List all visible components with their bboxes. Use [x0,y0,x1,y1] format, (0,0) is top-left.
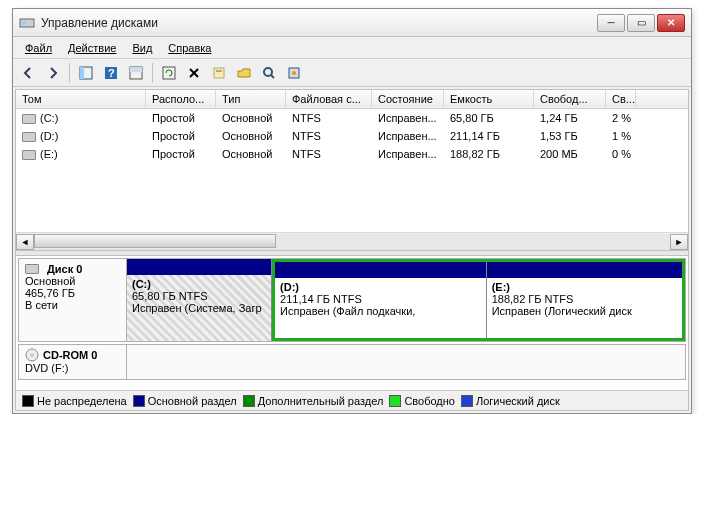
legend-swatch-free [389,395,401,407]
drive-icon [22,114,36,124]
menubar: Файл Действие Вид Справка [13,37,691,59]
refresh-button[interactable] [158,62,180,84]
menu-view[interactable]: Вид [124,40,160,56]
scroll-thumb[interactable] [34,234,276,248]
partition-bar [127,259,271,275]
column-headers: Том Располо... Тип Файловая с... Состоян… [16,90,688,109]
cdrom-row[interactable]: CD-ROM 0 DVD (F:) [18,344,686,380]
content-area: Том Располо... Тип Файловая с... Состоян… [15,89,689,411]
titlebar[interactable]: Управление дисками ─ ▭ ✕ [13,9,691,37]
svg-text:?: ? [108,67,115,79]
menu-action[interactable]: Действие [60,40,124,56]
svg-point-11 [264,68,272,76]
partition-bar [487,262,682,278]
disk-management-window: Управление дисками ─ ▭ ✕ Файл Действие В… [12,8,692,414]
svg-rect-9 [214,68,224,78]
col-capacity[interactable]: Емкость [444,90,534,108]
forward-button[interactable] [42,62,64,84]
delete-button[interactable] [183,62,205,84]
close-button[interactable]: ✕ [657,14,685,32]
disk-0-row[interactable]: Диск 0 Основной 465,76 ГБ В сети (C:) 65… [18,258,686,342]
help-button[interactable]: ? [100,62,122,84]
col-layout[interactable]: Располо... [146,90,216,108]
svg-rect-3 [80,67,84,79]
rescan-button[interactable] [258,62,280,84]
col-pct[interactable]: Св... [606,90,636,108]
svg-rect-1 [22,21,26,25]
col-type[interactable]: Тип [216,90,286,108]
partition-c[interactable]: (C:) 65,80 ГБ NTFS Исправен (Система, За… [127,259,272,341]
disk-icon [25,264,39,274]
drive-icon [22,132,36,142]
open-button[interactable] [233,62,255,84]
col-volume[interactable]: Том [16,90,146,108]
view-top-button[interactable] [125,62,147,84]
table-row[interactable]: (C:) Простой Основной NTFS Исправен... 6… [16,109,688,127]
scroll-left-button[interactable]: ◄ [16,234,34,250]
col-filesystem[interactable]: Файловая с... [286,90,372,108]
drive-icon [22,150,36,160]
volume-rows[interactable]: (C:) Простой Основной NTFS Исправен... 6… [16,109,688,232]
partition-e[interactable]: (E:) 188,82 ГБ NTFS Исправен (Логический… [487,262,682,338]
partition-d[interactable]: (D:) 211,14 ГБ NTFS Исправен (Файл подка… [275,262,487,338]
legend-swatch-extended [243,395,255,407]
scroll-right-button[interactable]: ► [670,234,688,250]
volume-list: Том Располо... Тип Файловая с... Состоян… [16,90,688,250]
svg-point-15 [30,353,34,357]
svg-rect-8 [163,67,175,79]
settings-button[interactable] [283,62,305,84]
back-button[interactable] [17,62,39,84]
svg-point-13 [292,71,296,75]
legend-swatch-unalloc [22,395,34,407]
legend: Не распределена Основной раздел Дополнит… [16,390,688,410]
disk-0-info[interactable]: Диск 0 Основной 465,76 ГБ В сети [19,259,127,341]
menu-help[interactable]: Справка [160,40,219,56]
partition-bar [275,262,486,278]
horizontal-scrollbar[interactable]: ◄ ► [16,232,688,250]
legend-swatch-logical [461,395,473,407]
svg-rect-7 [130,67,142,72]
col-status[interactable]: Состояние [372,90,444,108]
window-title: Управление дисками [41,16,597,30]
cdrom-icon [25,348,39,362]
cdrom-info[interactable]: CD-ROM 0 DVD (F:) [19,345,127,379]
menu-file[interactable]: Файл [17,40,60,56]
legend-swatch-primary [133,395,145,407]
minimize-button[interactable]: ─ [597,14,625,32]
table-row[interactable]: (D:) Простой Основной NTFS Исправен... 2… [16,127,688,145]
svg-rect-10 [216,70,222,72]
maximize-button[interactable]: ▭ [627,14,655,32]
scroll-track[interactable] [34,234,670,250]
show-hide-tree-button[interactable] [75,62,97,84]
properties-button[interactable] [208,62,230,84]
col-free[interactable]: Свобод... [534,90,606,108]
disk-graph: Диск 0 Основной 465,76 ГБ В сети (C:) 65… [16,256,688,390]
toolbar: ? [13,59,691,87]
table-row[interactable]: (E:) Простой Основной NTFS Исправен... 1… [16,145,688,163]
disk-mgmt-icon [19,15,35,31]
